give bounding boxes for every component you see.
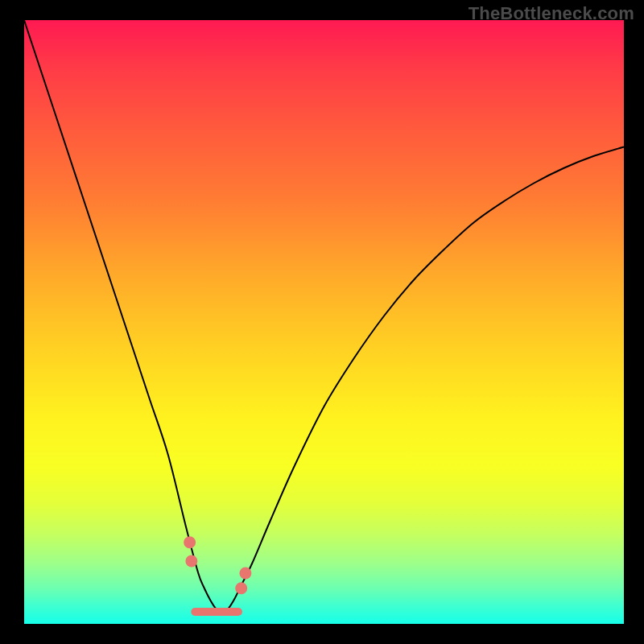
- plot-area: [24, 20, 624, 624]
- marker-dot: [239, 568, 251, 580]
- marker-dot: [185, 555, 197, 568]
- chart-frame: TheBottleneck.com: [0, 0, 644, 644]
- curve-path: [24, 20, 624, 612]
- markers: [184, 536, 251, 612]
- marker-dot: [184, 536, 196, 548]
- marker-dot: [235, 582, 247, 594]
- watermark: TheBottleneck.com: [469, 3, 634, 24]
- bottleneck-curve: [24, 20, 624, 624]
